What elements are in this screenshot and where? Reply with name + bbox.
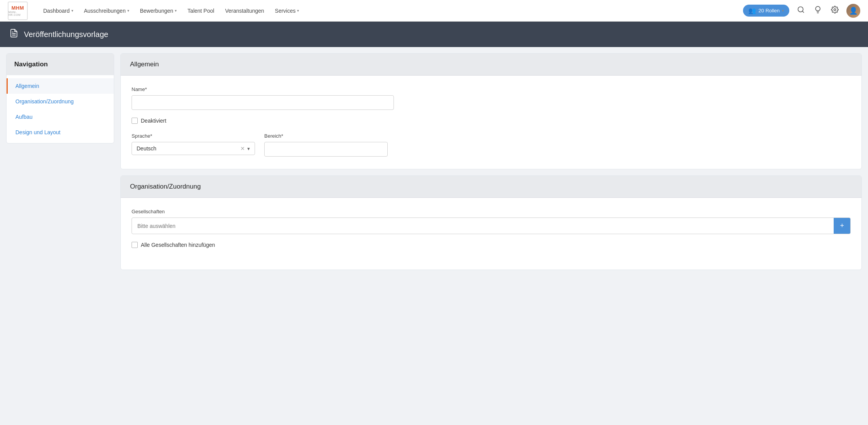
search-icon[interactable]: [795, 4, 806, 17]
nav-dashboard[interactable]: Dashboard ▾: [39, 5, 78, 17]
alle-gesellschaften-checkbox[interactable]: [132, 242, 138, 248]
sidebar-item-allgemein[interactable]: Allgemein: [7, 78, 114, 94]
sidebar-nav: Allgemein Organisation/Zuordnung Aufbau …: [7, 75, 114, 143]
avatar[interactable]: 👤: [846, 4, 860, 18]
name-input[interactable]: [132, 95, 394, 110]
sprache-select[interactable]: Deutsch ✕ ▾: [132, 142, 255, 155]
alle-gesellschaften-label: Alle Gesellschaften hinzufügen: [141, 242, 215, 248]
nav-right: 👥 20 Rollen ▾ 👤: [743, 4, 860, 18]
sidebar: Navigation Allgemein Organisation/Zuordn…: [6, 53, 114, 143]
allgemein-section-header: Allgemein: [121, 54, 861, 76]
logo-sub: MHM-HR.COM: [8, 11, 27, 16]
gear-icon[interactable]: [829, 4, 840, 17]
sprache-col: Sprache* Deutsch ✕ ▾: [132, 133, 255, 155]
deaktiviert-row: Deaktiviert: [132, 118, 851, 124]
content: Allgemein Name* Deaktiviert Sprache*: [120, 53, 862, 270]
chevron-down-icon: ▾: [782, 8, 784, 13]
document-icon: [9, 29, 19, 40]
logo[interactable]: MHM MHM-HR.COM: [8, 2, 28, 20]
nav-ausschreibungen[interactable]: Ausschreibungen ▾: [79, 5, 134, 17]
top-nav: MHM MHM-HR.COM Dashboard ▾ Ausschreibung…: [0, 0, 868, 22]
nav-veranstaltungen[interactable]: Veranstaltungen: [220, 5, 269, 17]
sprache-clear-icon[interactable]: ✕: [240, 145, 245, 152]
svg-point-2: [834, 9, 836, 11]
sidebar-item-design[interactable]: Design und Layout: [7, 125, 114, 140]
nav-services[interactable]: Services ▾: [270, 5, 304, 17]
sprache-label: Sprache*: [132, 133, 255, 139]
users-icon: 👥: [748, 7, 756, 14]
chevron-down-icon: ▾: [297, 8, 299, 13]
name-label: Name*: [132, 86, 851, 92]
chevron-down-icon[interactable]: ▾: [247, 146, 250, 152]
organisation-section: Organisation/Zuordnung Gesellschaften + …: [120, 175, 862, 270]
organisation-section-header: Organisation/Zuordnung: [121, 176, 861, 198]
gesellschaften-form-group: Gesellschaften +: [132, 209, 851, 234]
allgemein-section-body: Name* Deaktiviert Sprache* Deutsch ✕: [121, 76, 861, 169]
page-header: Veröffentlichungsvorlage: [0, 22, 868, 47]
deaktiviert-checkbox[interactable]: [132, 118, 138, 124]
bereich-col: Bereich*: [264, 133, 388, 157]
gesellschaften-label: Gesellschaften: [132, 209, 851, 214]
bereich-label: Bereich*: [264, 133, 388, 139]
roles-button[interactable]: 👥 20 Rollen ▾: [743, 5, 789, 17]
chevron-down-icon: ▾: [127, 8, 129, 13]
gesellschaften-input-row: +: [132, 218, 851, 234]
bereich-input[interactable]: [264, 142, 388, 157]
nav-items: Dashboard ▾ Ausschreibungen ▾ Bewerbunge…: [39, 5, 743, 17]
chevron-down-icon: ▾: [71, 8, 73, 13]
name-form-group: Name*: [132, 86, 851, 110]
organisation-section-body: Gesellschaften + Alle Gesellschaften hin…: [121, 198, 861, 270]
svg-line-1: [802, 11, 804, 13]
add-gesellschaft-button[interactable]: +: [834, 218, 850, 234]
deaktiviert-label: Deaktiviert: [141, 118, 166, 124]
alle-gesellschaften-row: Alle Gesellschaften hinzufügen: [132, 242, 851, 248]
page-title: Veröffentlichungsvorlage: [24, 30, 108, 39]
sidebar-header: Navigation: [7, 54, 114, 75]
sprache-bereich-row: Sprache* Deutsch ✕ ▾ Bereich*: [132, 133, 851, 157]
allgemein-section: Allgemein Name* Deaktiviert Sprache*: [120, 53, 862, 169]
nav-bewerbungen[interactable]: Bewerbungen ▾: [135, 5, 181, 17]
logo-text: MHM: [12, 5, 24, 11]
sidebar-item-organisation[interactable]: Organisation/Zuordnung: [7, 94, 114, 109]
gesellschaften-input[interactable]: [132, 219, 834, 233]
main-layout: Navigation Allgemein Organisation/Zuordn…: [0, 47, 868, 425]
chevron-down-icon: ▾: [175, 8, 177, 13]
sidebar-item-aufbau[interactable]: Aufbau: [7, 109, 114, 125]
sprache-value: Deutsch: [137, 145, 240, 152]
lightbulb-icon[interactable]: [812, 4, 823, 17]
nav-talent-pool[interactable]: Talent Pool: [183, 5, 219, 17]
